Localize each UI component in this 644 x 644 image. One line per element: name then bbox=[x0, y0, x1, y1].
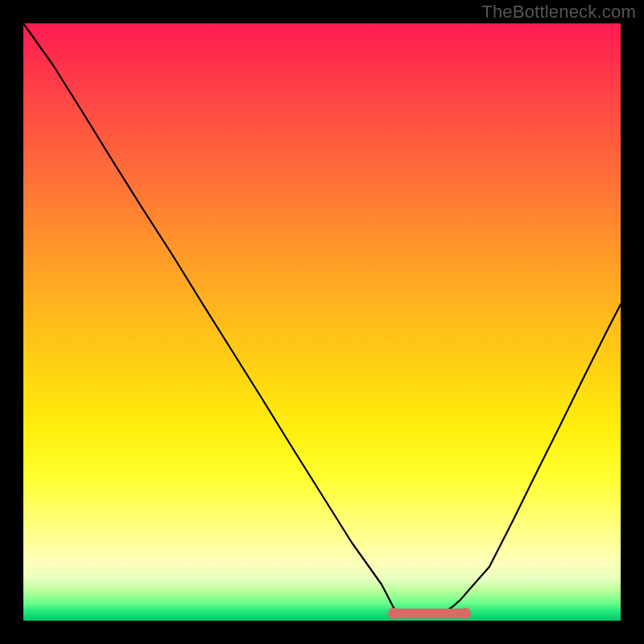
optimal-range-end-dot bbox=[460, 608, 471, 619]
optimal-range-start-dot bbox=[388, 608, 399, 619]
watermark-text: TheBottleneck.com bbox=[481, 2, 636, 23]
bottleneck-curve bbox=[23, 23, 621, 615]
plot-area bbox=[23, 23, 621, 621]
chart-frame: TheBottleneck.com bbox=[0, 0, 644, 644]
curve-svg bbox=[23, 23, 621, 621]
